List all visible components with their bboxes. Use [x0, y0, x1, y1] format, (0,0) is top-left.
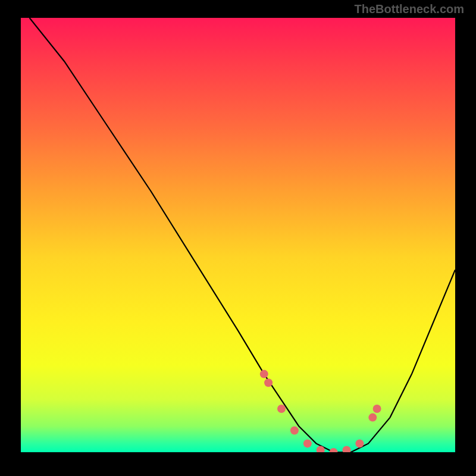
highlight-marker [260, 370, 268, 378]
highlight-marker [290, 427, 299, 435]
highlight-marker [303, 439, 312, 447]
highlight-marker [264, 378, 273, 387]
chart-svg [21, 18, 455, 452]
highlight-markers-group [260, 370, 381, 452]
chart-plot-area [21, 18, 455, 452]
highlight-marker [368, 414, 377, 422]
highlight-marker [330, 448, 338, 452]
highlight-marker [355, 439, 364, 447]
watermark-text: TheBottleneck.com [355, 2, 464, 16]
bottleneck-curve-line [30, 18, 455, 452]
highlight-marker [373, 405, 381, 413]
highlight-marker [277, 405, 286, 413]
highlight-marker [343, 446, 351, 452]
